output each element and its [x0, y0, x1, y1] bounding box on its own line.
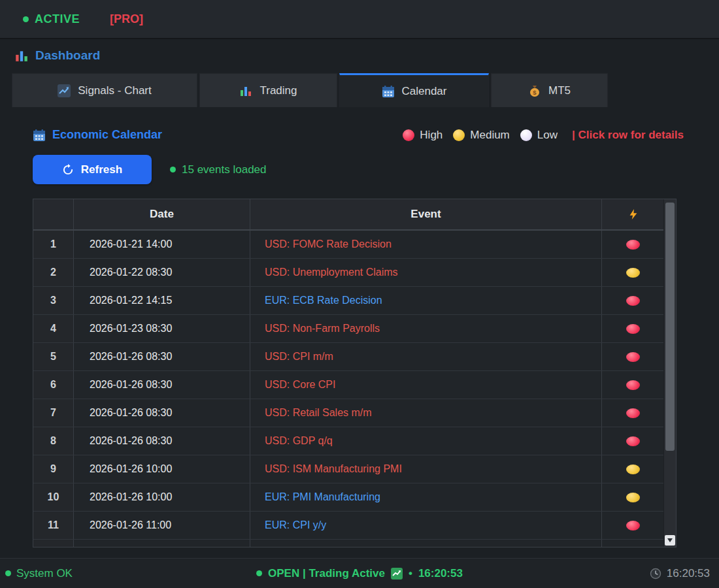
- clock-icon: [650, 568, 661, 580]
- impact-dot-icon: [626, 380, 640, 390]
- table-row[interactable]: 5 2026-01-26 08:30 USD: CPI m/m: [33, 343, 664, 371]
- system-ok-dot-icon: [5, 570, 11, 576]
- bar-chart-icon: [14, 48, 29, 63]
- tab-label: MT5: [548, 84, 571, 97]
- impact-dot-icon: [626, 352, 640, 362]
- calendar-toolbar: Refresh 15 events loaded: [33, 155, 707, 184]
- event-date: 2026-01-22 08:30: [74, 259, 250, 286]
- impact-cell: [602, 455, 664, 483]
- events-table: Date Event 1 2026-01-21 14:00 USD: FOMC …: [33, 199, 677, 547]
- event-name: USD: CPI m/m: [250, 343, 602, 370]
- system-status: System OK: [5, 567, 73, 580]
- event-date: 2026-01-26 08:30: [74, 399, 250, 427]
- table-row[interactable]: 7 2026-01-26 08:30 USD: Retail Sales m/m: [33, 399, 664, 427]
- chart-increasing-icon: [391, 568, 403, 580]
- tab-label: Calendar: [402, 85, 447, 98]
- legend-item-low: Low: [520, 129, 558, 142]
- status-dot-icon: [170, 167, 176, 172]
- event-name: USD: GDP q/q: [250, 427, 602, 455]
- table-row[interactable]: 2 2026-01-22 08:30 USD: Unemployment Cla…: [33, 259, 664, 287]
- table-row[interactable]: 6 2026-01-26 08:30 USD: Core CPI: [33, 371, 664, 399]
- tab-mt5[interactable]: $ MT5: [491, 73, 608, 107]
- active-status: ACTIVE: [23, 12, 80, 26]
- page-title-label: Dashboard: [35, 48, 100, 63]
- impact-legend: High Medium Low | Click row for details: [403, 129, 684, 142]
- event-name: USD: Retail Sales m/m: [250, 399, 602, 427]
- calendar-icon: [382, 85, 395, 98]
- event-name: USD: Non-Farm Payrolls: [250, 315, 602, 342]
- impact-dot-icon: [626, 296, 640, 306]
- scrollbar-thumb[interactable]: [665, 203, 675, 451]
- main-content: Dashboard Signals - Chart Trading Calend…: [0, 48, 719, 547]
- calendar-title-label: Economic Calendar: [52, 128, 162, 142]
- legend-label: Medium: [470, 129, 509, 142]
- table-row[interactable]: 9 2026-01-26 10:00 USD: ISM Manufacturin…: [33, 455, 664, 483]
- event-date: 2026-01-21 14:00: [74, 231, 250, 258]
- table-row[interactable]: 11 2026-01-26 11:00 EUR: CPI y/y: [33, 512, 664, 540]
- table-row[interactable]: 3 2026-01-22 14:15 EUR: ECB Rate Decisio…: [33, 287, 664, 315]
- tab-bar: Signals - Chart Trading Calendar $ MT5: [12, 73, 707, 107]
- clock-status: 16:20:53: [650, 567, 710, 580]
- market-status: OPEN | Trading Active • 16:20:53: [256, 567, 463, 580]
- impact-cell: [602, 231, 664, 258]
- event-name: EUR: ECB Rate Decision: [250, 287, 602, 314]
- event-name: USD: Unemployment Claims: [250, 259, 602, 286]
- separator-dot: •: [409, 567, 412, 580]
- row-number: 10: [33, 483, 74, 511]
- legend-label: Low: [537, 129, 558, 142]
- active-dot-icon: [23, 16, 29, 22]
- refresh-button[interactable]: Refresh: [33, 155, 152, 184]
- money-bag-icon: $: [528, 84, 541, 97]
- legend-item-high: High: [403, 129, 443, 142]
- event-name: USD: Core CPI: [250, 371, 602, 399]
- market-time: 16:20:53: [418, 567, 463, 580]
- lightning-bolt-icon: [627, 208, 639, 220]
- svg-text:$: $: [533, 88, 537, 95]
- row-number: 3: [33, 287, 74, 314]
- events-loaded-status: 15 events loaded: [170, 163, 267, 176]
- impact-cell: [602, 287, 664, 314]
- date-column-header: Date: [74, 199, 250, 229]
- index-column-header: [33, 199, 74, 229]
- table-row[interactable]: 4 2026-01-23 08:30 USD: Non-Farm Payroll…: [33, 315, 664, 343]
- bar-chart-icon: [239, 84, 252, 97]
- event-name: EUR: CPI y/y: [250, 512, 602, 539]
- table-row[interactable]: 8 2026-01-26 08:30 USD: GDP q/q: [33, 427, 664, 455]
- clock-time: 16:20:53: [667, 567, 710, 580]
- impact-dot-icon: [626, 408, 640, 418]
- tab-trading[interactable]: Trading: [199, 73, 337, 107]
- low-impact-dot-icon: [520, 129, 532, 141]
- calendar-icon: [33, 129, 46, 142]
- system-status-label: System OK: [16, 567, 73, 580]
- impact-column-header: [602, 199, 664, 229]
- market-open-dot-icon: [256, 570, 262, 576]
- impact-cell: [602, 483, 664, 511]
- impact-cell: [602, 371, 664, 399]
- pro-badge: [PRO]: [110, 12, 143, 26]
- refresh-label: Refresh: [81, 163, 122, 176]
- event-date: 2026-01-26 10:00: [74, 455, 250, 483]
- table-row[interactable]: 10 2026-01-26 10:00 EUR: PMI Manufacturi…: [33, 483, 664, 512]
- impact-cell: [602, 540, 664, 547]
- row-number: 7: [33, 399, 74, 427]
- row-number: 11: [33, 512, 74, 539]
- row-number: [33, 540, 74, 547]
- impact-dot-icon: [626, 436, 640, 446]
- event-name: [250, 540, 602, 547]
- impact-dot-icon: [626, 324, 640, 334]
- legend-item-medium: Medium: [453, 129, 509, 142]
- impact-cell: [602, 259, 664, 286]
- event-date: 2026-01-26 11:00: [74, 512, 250, 539]
- table-row[interactable]: 1 2026-01-21 14:00 USD: FOMC Rate Decisi…: [33, 231, 664, 259]
- impact-cell: [602, 427, 664, 455]
- bottom-status-bar: System OK OPEN | Trading Active • 16:20:…: [0, 558, 719, 588]
- row-number: 9: [33, 455, 74, 483]
- table-scrollbar[interactable]: [663, 199, 676, 547]
- tab-calendar[interactable]: Calendar: [339, 73, 489, 107]
- row-number: 1: [33, 231, 74, 258]
- scrollbar-down-button[interactable]: [665, 535, 675, 546]
- tab-signals-chart[interactable]: Signals - Chart: [12, 73, 197, 107]
- row-number: 4: [33, 315, 74, 342]
- table-row[interactable]: [33, 540, 664, 547]
- table-body: 1 2026-01-21 14:00 USD: FOMC Rate Decisi…: [33, 231, 664, 547]
